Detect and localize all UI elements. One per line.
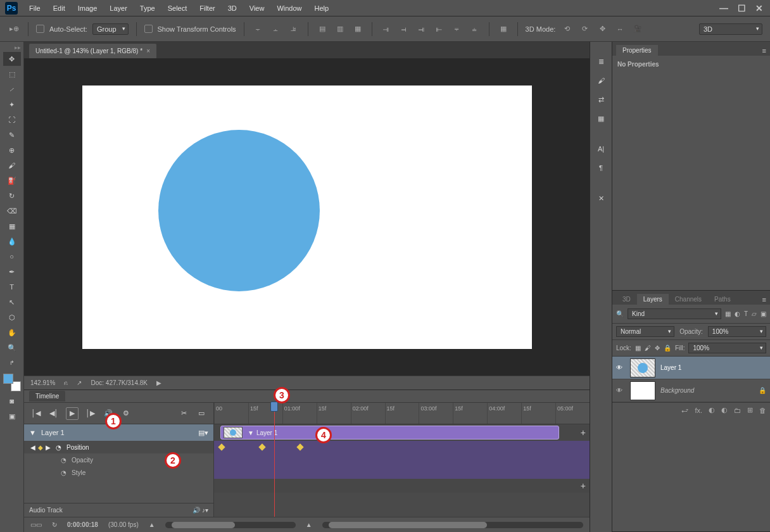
speaker-icon[interactable]: 🔊	[192, 507, 200, 514]
lasso-tool[interactable]: ⟋	[3, 82, 21, 96]
share-icon[interactable]: ↗	[77, 379, 82, 386]
foreground-background-colors[interactable]	[3, 374, 21, 391]
move-tool[interactable]: ✥	[3, 52, 21, 66]
distribute-icon[interactable]: ⫦	[433, 23, 446, 35]
tab-layers[interactable]: Layers	[637, 294, 669, 305]
triangle-down-icon[interactable]: ▼	[248, 429, 254, 436]
type-tool[interactable]: T	[3, 280, 21, 294]
layer-thumbnail[interactable]	[630, 381, 655, 400]
healing-tool[interactable]: ⊕	[3, 143, 21, 157]
brush-tool[interactable]: 🖌	[3, 158, 21, 172]
auto-select-checkbox[interactable]	[36, 25, 44, 33]
properties-tab[interactable]: Properties	[616, 45, 658, 56]
lock-position-icon[interactable]: ✥	[655, 345, 660, 352]
zoom-in-icon[interactable]: ▲	[306, 521, 312, 528]
auto-align-icon[interactable]: ▦	[497, 23, 510, 35]
maximize-button[interactable]: ☐	[736, 4, 747, 13]
stopwatch-icon[interactable]	[56, 444, 61, 451]
stamp-tool[interactable]: ⛽	[3, 174, 21, 187]
gradient-tool[interactable]: ▦	[3, 219, 21, 233]
lock-paint-icon[interactable]: 🖌	[645, 345, 651, 352]
fill-field[interactable]: 100%	[688, 343, 766, 353]
menu-3d[interactable]: 3D	[222, 2, 243, 15]
history-brush-tool[interactable]: ↻	[3, 189, 21, 203]
timeline-zoom-slider[interactable]	[165, 522, 296, 528]
menu-edit[interactable]: Edit	[47, 2, 72, 15]
split-clip-button[interactable]: ✂	[178, 408, 189, 419]
current-time[interactable]: 0:00:00:18	[67, 521, 98, 528]
menu-file[interactable]: File	[23, 2, 47, 15]
filter-image-icon[interactable]: ▦	[725, 310, 731, 317]
timeline-settings-button[interactable]: ⚙	[120, 408, 132, 419]
filter-shape-icon[interactable]: ▱	[752, 310, 757, 317]
tab-channels[interactable]: Channels	[669, 294, 708, 305]
path-tool[interactable]: ↖	[3, 295, 21, 309]
marquee-tool[interactable]: ⬚	[3, 67, 21, 81]
filter-adjust-icon[interactable]: ◐	[735, 310, 740, 317]
audio-track-row[interactable]: Audio Track 🔊 ♪▾	[24, 503, 213, 517]
menu-window[interactable]: Window	[270, 2, 308, 15]
tools-panel-icon[interactable]: ✕	[594, 191, 608, 205]
zoom-icon[interactable]: 🎥	[631, 23, 644, 35]
filter-smart-icon[interactable]: ▣	[761, 310, 766, 317]
opacity-field[interactable]: 100%	[708, 326, 766, 337]
note-icon[interactable]: ♪	[202, 507, 205, 514]
timeline-scroll[interactable]	[322, 522, 583, 528]
new-layer-icon[interactable]: ⊞	[747, 406, 753, 414]
adjustment-icon[interactable]: ◐	[721, 406, 728, 414]
view-rotate-icon[interactable]: ⎌	[64, 379, 68, 386]
timeline-tracks[interactable]: ▼ Layer 1 + +	[214, 424, 590, 517]
orbit-icon[interactable]: ⟲	[560, 23, 573, 35]
layer-name[interactable]: Layer 1	[660, 364, 681, 371]
toolbox-collapse[interactable]: ▸▸	[0, 44, 23, 52]
swap-colors-icon[interactable]: ↱	[3, 356, 21, 370]
tab-paths[interactable]: Paths	[708, 294, 737, 305]
distribute-icon[interactable]: ⫣	[380, 23, 393, 35]
opacity-keyframe-track[interactable]	[214, 453, 590, 466]
crop-tool[interactable]: ⛶	[3, 113, 21, 127]
menu-help[interactable]: Help	[308, 2, 336, 15]
layer-thumbnail[interactable]	[630, 358, 655, 377]
stopwatch-icon[interactable]	[61, 457, 66, 464]
auto-select-dropdown[interactable]: Group	[92, 23, 129, 35]
layer-row-layer1[interactable]: 👁 Layer 1	[612, 357, 770, 379]
playhead[interactable]	[274, 403, 275, 517]
first-frame-button[interactable]: │◀	[30, 408, 42, 419]
group-icon[interactable]: 🗀	[734, 407, 741, 414]
roll-icon[interactable]: ⟳	[578, 23, 591, 35]
loop-icon[interactable]: ↻	[52, 521, 57, 528]
align-icon[interactable]: ⫡	[287, 23, 300, 35]
canvas-area[interactable]	[24, 58, 590, 376]
status-menu-icon[interactable]: ▶	[156, 379, 161, 386]
character-panel-icon[interactable]: A|	[594, 142, 608, 156]
next-frame-button[interactable]: │▶	[85, 408, 96, 419]
next-keyframe-icon[interactable]: ▶	[46, 444, 51, 451]
align-icon[interactable]: ▦	[351, 23, 364, 35]
hand-tool[interactable]: ✋	[3, 326, 21, 339]
visibility-icon[interactable]: 👁	[616, 364, 625, 371]
lock-pixels-icon[interactable]: ▦	[635, 345, 641, 352]
blend-mode-dropdown[interactable]: Normal	[616, 326, 674, 337]
distribute-icon[interactable]: ⫨	[469, 23, 481, 35]
visibility-icon[interactable]: 👁	[616, 387, 625, 394]
align-icon[interactable]: ⫟	[252, 23, 265, 35]
filter-type-icon[interactable]: T	[744, 310, 748, 317]
add-track-button[interactable]: +	[581, 428, 586, 438]
doc-info[interactable]: Doc: 427.7K/314.8K	[91, 379, 148, 386]
dodge-tool[interactable]: ○	[3, 250, 21, 263]
mask-icon[interactable]: ◐	[709, 406, 715, 414]
distribute-icon[interactable]: ⫤	[398, 23, 410, 35]
keyframe-icon[interactable]	[258, 443, 265, 450]
layer-row-background[interactable]: 👁 Background 🔒	[612, 379, 770, 402]
menu-layer[interactable]: Layer	[103, 2, 134, 15]
close-button[interactable]: ✕	[754, 4, 765, 13]
timeline-clip[interactable]: ▼ Layer 1	[220, 426, 559, 440]
track-options-icon[interactable]: ▤▾	[198, 429, 208, 437]
tab-3d[interactable]: 3D	[616, 294, 637, 305]
add-audio-button[interactable]: +	[581, 481, 586, 491]
panel-menu-icon[interactable]: ≡	[759, 46, 770, 56]
quickmask-tool[interactable]: ◙	[3, 394, 21, 408]
render-icon[interactable]: ▭▭	[30, 521, 42, 528]
menu-type[interactable]: Type	[134, 2, 161, 15]
swatches-panel-icon[interactable]: ⇄	[594, 92, 608, 106]
